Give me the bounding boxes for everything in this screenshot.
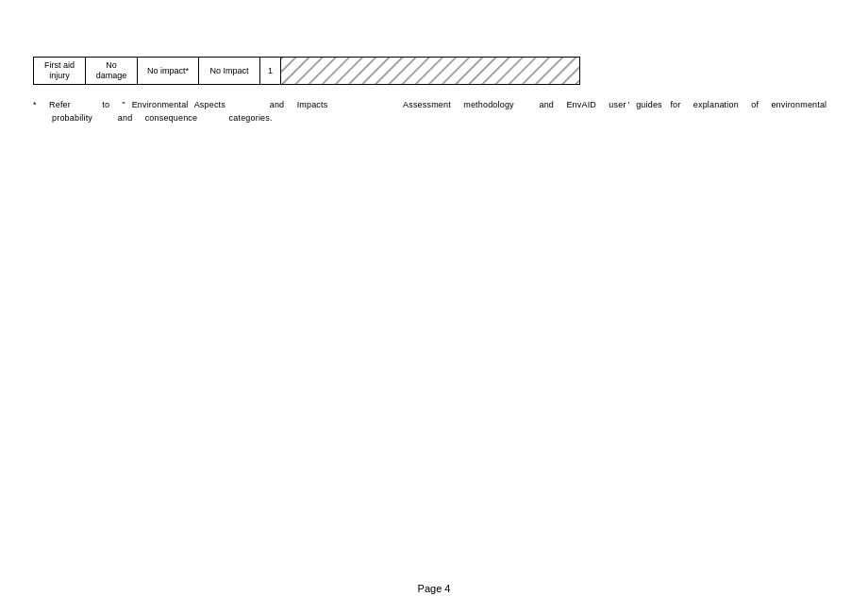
cell-number: 1: [260, 58, 281, 84]
page-number-text: Page 4: [418, 583, 451, 594]
content-area: First aidinjury Nodamage No impact* No I…: [0, 0, 868, 163]
cell-hatched: [281, 58, 579, 84]
cell-number-text: 1: [268, 66, 273, 76]
footnote-text: * Refer to " Environmental Aspects and I…: [33, 100, 826, 123]
svg-rect-1: [281, 58, 579, 84]
cell-no-impact-star: No impact*: [138, 58, 199, 84]
cell-no-impact: No Impact: [199, 58, 260, 84]
cell-first-aid: First aidinjury: [34, 58, 86, 84]
cell-first-aid-text: First aidinjury: [44, 60, 75, 81]
table-row: First aidinjury Nodamage No impact* No I…: [33, 57, 580, 85]
page-container: First aidinjury Nodamage No impact* No I…: [0, 0, 868, 613]
footnote: * Refer to " Environmental Aspects and I…: [33, 98, 835, 125]
hatch-pattern-svg: [281, 58, 579, 84]
cell-no-impact-star-text: No impact*: [147, 66, 189, 76]
cell-no-impact-text: No Impact: [209, 66, 248, 76]
cell-no-damage-text: Nodamage: [96, 60, 127, 81]
cell-no-damage: Nodamage: [86, 58, 138, 84]
page-number: Page 4: [418, 583, 451, 594]
